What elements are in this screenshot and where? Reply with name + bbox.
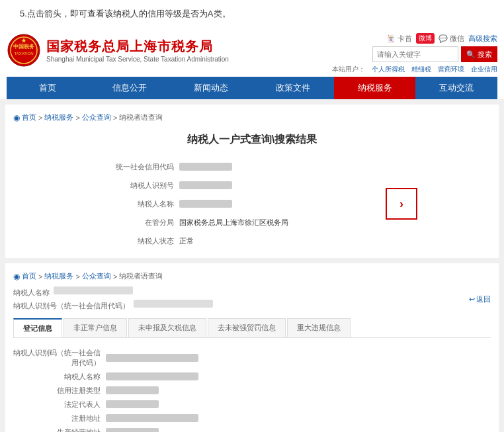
office-value: 国家税务总局上海市徐汇区税务局 [179,215,288,230]
result-row-status: 纳税人状态 正常 [87,232,288,250]
breadcrumb2-query-link[interactable]: 公众查询 [82,271,111,281]
field-biz-addr: 生产经营地址 [13,425,491,432]
wechat-icon: 💬 [439,34,448,42]
detail-fields: 纳税人识别码（统一社会信用代码） 纳税人名称 信用注册类型 法定代表人 注册地址… [13,346,491,432]
nav-item-interaction[interactable]: 互动交流 [415,77,497,99]
uscc-value [179,163,232,171]
breadcrumb-service-link[interactable]: 纳税服务 [44,112,73,122]
header-links: 🃏 卡首 微博 💬 微信 高级搜索 [386,33,497,44]
arrow-button[interactable]: › [386,188,417,220]
weibo-badge[interactable]: 微博 [416,33,435,44]
tab-abnormal[interactable]: 非正常户信息 [63,318,127,337]
search-icon: 🔍 [466,50,476,58]
field-reg-type: 信用注册类型 [13,384,491,398]
field-uscc-value [106,354,198,362]
enterprise-link[interactable]: 精细税 [411,65,431,74]
tab-enforcement[interactable]: 去未被强贸罚信息 [208,318,286,337]
taxpayer-id-row: 纳税人识别号（统一社会信用代码） [13,300,213,313]
tab-registration[interactable]: 登记信息 [13,318,62,337]
taxpayer-header: 纳税人名称 纳税人识别号（统一社会信用代码） ↩ 返回 [13,286,491,313]
company-link[interactable]: 企业信用 [471,65,497,74]
field-name: 纳税人名称 [13,370,491,384]
nav-item-info[interactable]: 信息公开 [89,77,171,99]
breadcrumb-home-link[interactable]: 首页 [22,112,36,122]
breadcrumb2-service-link[interactable]: 纳税服务 [44,271,73,281]
nav-item-policy[interactable]: 政策文件 [252,77,334,99]
env-link[interactable]: 营商环境 [438,65,464,74]
result-row-uscc: 统一社会信用代码 [87,157,288,176]
detail-tabs: 登记信息 非正常户信息 未申报及欠税信息 去未被强贸罚信息 重大违规信息 [13,318,491,338]
breadcrumb-2: ◉ 首页 > 纳税服务 > 公众查询 > 纳税者语查询 [13,271,491,281]
svg-text:中国税务: 中国税务 [13,43,35,50]
result-row-office: 在管分局 国家税务总局上海市徐汇区税务局 [87,213,288,232]
breadcrumb-query-link[interactable]: 公众查询 [82,112,111,122]
field-legal-rep-value [106,400,159,408]
header-right: 🃏 卡首 微博 💬 微信 高级搜索 🔍 搜索 本站用户： 个人所得 [332,33,497,74]
svg-text:TAXATION: TAXATION [14,52,33,56]
result-card: 统一社会信用代码 纳税人识别号 纳税人名称 在管分局 国家税务总局上海市徐汇区税… [87,157,417,250]
logo-section: 中国税务 TAXATION 国家税务总局上海市税务局 Shanghai Muni… [7,33,229,67]
nav-bar: 首页 信息公开 新闻动态 政策文件 纳税服务 互动交流 [7,77,497,99]
taxpayer-id-value [134,300,213,308]
search-result-section: ◉ 首页 > 纳税服务 > 公众查询 > 纳税者语查询 纳税人一户式查询\搜索结… [5,105,499,258]
breadcrumb2-current: 纳税者语查询 [119,271,163,281]
header: 中国税务 TAXATION 国家税务总局上海市税务局 Shanghai Muni… [0,28,504,99]
result-row-tin: 纳税人识别号 [87,176,288,194]
logo-text: 国家税务总局上海市税务局 Shanghai Municipal Tax Serv… [46,38,229,63]
field-name-value [106,372,198,380]
breadcrumb-1: ◉ 首页 > 纳税服务 > 公众查询 > 纳税者语查询 [13,112,491,122]
taxpayer-info: 纳税人名称 纳税人识别号（统一社会信用代码） [13,286,213,313]
return-icon: ↩ [469,295,475,304]
current-user-label: 本站用户： [332,65,365,74]
nav-item-news[interactable]: 新闻动态 [170,77,252,99]
taxpayer-name-value [54,286,133,294]
field-uscc: 纳税人识别码（统一社会信用代码） [13,346,491,370]
breadcrumb2-home-link[interactable]: 首页 [22,271,36,281]
search-button[interactable]: 🔍 搜索 [461,46,497,62]
result-fields: 统一社会信用代码 纳税人识别号 纳税人名称 在管分局 国家税务总局上海市徐汇区税… [87,157,288,250]
home-icon: ◉ [13,113,20,122]
advanced-search-link[interactable]: 高级搜索 [468,34,497,44]
return-link[interactable]: ↩ 返回 [469,286,491,313]
taxpayer-name-row: 纳税人名称 [13,286,213,300]
tab-unreported[interactable]: 未申报及欠税信息 [128,318,206,337]
field-biz-addr-value [106,428,159,432]
instruction-text: 5.点击箭头，即可查看该纳税人的信用等级是否为A类。 [0,0,504,28]
card-link[interactable]: 🃏 卡首 [386,34,412,44]
return-label: 返回 [476,294,491,304]
field-reg-type-value [106,386,159,394]
card-icon: 🃏 [386,34,396,42]
detail-section: ◉ 首页 > 纳税服务 > 公众查询 > 纳税者语查询 纳税人名称 纳税人识别号… [5,263,499,432]
instruction-label: 5.点击箭头，即可查看该纳税人的信用等级是否为A类。 [20,9,231,19]
search-result-title: 纳税人一户式查询\搜索结果 [13,133,491,147]
header-user-info: 本站用户： 个人所得税 精细税 营商环境 企业信用 [332,65,497,74]
header-top: 中国税务 TAXATION 国家税务总局上海市税务局 Shanghai Muni… [7,33,497,74]
field-reg-addr-value [106,414,198,422]
nav-item-home[interactable]: 首页 [7,77,89,99]
org-name: 国家税务总局上海市税务局 [46,38,229,56]
emblem-icon: 中国税务 TAXATION [7,33,41,67]
taxpayer-name-label: 纳税人名称 [13,286,50,300]
tab-violations[interactable]: 重大违规信息 [287,318,351,337]
status-value: 正常 [179,234,194,248]
taxpayer-id-label: 纳税人识别号（统一社会信用代码） [13,300,130,313]
name-value [179,200,232,208]
search-input[interactable] [372,46,458,62]
field-legal-rep: 法定代表人 [13,398,491,411]
main-content: ◉ 首页 > 纳税服务 > 公众查询 > 纳税者语查询 纳税人一户式查询\搜索结… [0,105,504,432]
nav-item-taxpayer-service[interactable]: 纳税服务 [334,77,416,99]
org-subtitle: Shanghai Municipal Tax Service, State Ta… [46,56,229,63]
individual-link[interactable]: 个人所得税 [372,65,405,74]
tin-value [179,181,232,189]
wechat-link[interactable]: 💬 微信 [439,34,464,44]
field-reg-addr: 注册地址 [13,411,491,425]
breadcrumb-current: 纳税者语查询 [119,112,163,122]
home-icon-2: ◉ [13,272,20,281]
result-row-name: 纳税人名称 [87,194,288,213]
search-bar: 🔍 搜索 [372,46,497,62]
